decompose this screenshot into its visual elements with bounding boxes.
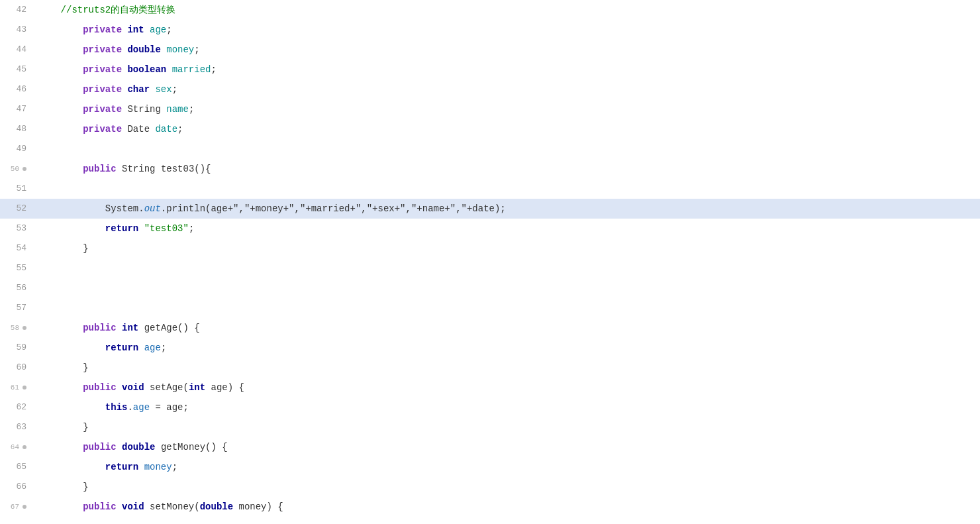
table-row: 56 xyxy=(0,278,980,298)
table-row: 67 public void setMoney(double money) { xyxy=(0,497,980,517)
code-line xyxy=(33,179,980,199)
table-row: 50 public String test03(){ xyxy=(0,159,980,179)
code-line: return age; xyxy=(33,338,980,358)
code-line xyxy=(33,139,980,159)
table-row: 48 private Date date; xyxy=(0,119,980,139)
code-line: return money; xyxy=(33,457,980,477)
line-number: 66 xyxy=(0,477,33,497)
table-row: 52 System.out.println(age+","+money+","+… xyxy=(0,199,980,219)
line-number: 52 xyxy=(0,199,33,219)
table-row: 55 xyxy=(0,258,980,278)
code-line xyxy=(33,298,980,318)
code-line: } xyxy=(33,358,980,378)
line-number: 49 xyxy=(0,139,33,159)
code-line: } xyxy=(33,238,980,258)
line-number: 51 xyxy=(0,179,33,199)
code-line: private char sex; xyxy=(33,79,980,99)
line-number: 44 xyxy=(0,40,33,60)
table-row: 59 return age; xyxy=(0,338,980,358)
code-line xyxy=(33,278,980,298)
code-line: private Date date; xyxy=(33,119,980,139)
line-number: 57 xyxy=(0,298,33,318)
table-row: 65 return money; xyxy=(0,457,980,477)
table-row: 42 //struts2的自动类型转换 xyxy=(0,0,980,20)
table-row: 53 return "test03"; xyxy=(0,219,980,238)
line-number: 45 xyxy=(0,60,33,79)
table-row: 63 } xyxy=(0,417,980,437)
code-line: public String test03(){ xyxy=(33,159,980,179)
line-number: 62 xyxy=(0,397,33,417)
table-row: 60 } xyxy=(0,358,980,378)
code-content: 42 //struts2的自动类型转换43 private int age;44… xyxy=(0,0,980,524)
line-number: 53 xyxy=(0,219,33,238)
code-line: } xyxy=(33,477,980,497)
table-row: 44 private double money; xyxy=(0,40,980,60)
code-line: private String name; xyxy=(33,99,980,119)
code-line: System.out.println(age+","+money+","+mar… xyxy=(33,199,980,219)
line-number: 54 xyxy=(0,238,33,258)
table-row: 66 } xyxy=(0,477,980,497)
table-row: 45 private boolean married; xyxy=(0,60,980,79)
code-line: public void setAge(int age) { xyxy=(33,378,980,397)
code-editor: 42 //struts2的自动类型转换43 private int age;44… xyxy=(0,0,980,524)
line-number: 58 xyxy=(0,318,33,338)
table-row: 46 private char sex; xyxy=(0,79,980,99)
code-line: private int age; xyxy=(33,20,980,40)
table-row: 62 this.age = age; xyxy=(0,397,980,417)
table-row: 54 } xyxy=(0,238,980,258)
table-row: 57 xyxy=(0,298,980,318)
table-row: 61 public void setAge(int age) { xyxy=(0,378,980,397)
table-row: 51 xyxy=(0,179,980,199)
line-number: 56 xyxy=(0,278,33,298)
code-line: public double getMoney() { xyxy=(33,437,980,457)
line-number: 48 xyxy=(0,119,33,139)
table-row: 58 public int getAge() { xyxy=(0,318,980,338)
line-number: 43 xyxy=(0,20,33,40)
table-row: 43 private int age; xyxy=(0,20,980,40)
line-number: 46 xyxy=(0,79,33,99)
line-number: 61 xyxy=(0,378,33,397)
code-line: return "test03"; xyxy=(33,219,980,238)
line-number: 67 xyxy=(0,497,33,517)
table-row: 49 xyxy=(0,139,980,159)
line-number: 47 xyxy=(0,99,33,119)
code-line: public void setMoney(double money) { xyxy=(33,497,980,517)
line-number: 55 xyxy=(0,258,33,278)
line-number: 65 xyxy=(0,457,33,477)
line-number: 63 xyxy=(0,417,33,437)
line-number: 59 xyxy=(0,338,33,358)
table-row: 64 public double getMoney() { xyxy=(0,437,980,457)
code-line: public int getAge() { xyxy=(33,318,980,338)
code-line: } xyxy=(33,417,980,437)
code-line: private double money; xyxy=(33,40,980,60)
code-line xyxy=(33,258,980,278)
code-line: //struts2的自动类型转换 xyxy=(33,0,980,20)
line-number: 60 xyxy=(0,358,33,378)
table-row: 47 private String name; xyxy=(0,99,980,119)
line-number: 50 xyxy=(0,159,33,179)
code-line: this.age = age; xyxy=(33,397,980,417)
line-number: 42 xyxy=(0,0,33,20)
code-line: private boolean married; xyxy=(33,60,980,79)
line-number: 64 xyxy=(0,437,33,457)
